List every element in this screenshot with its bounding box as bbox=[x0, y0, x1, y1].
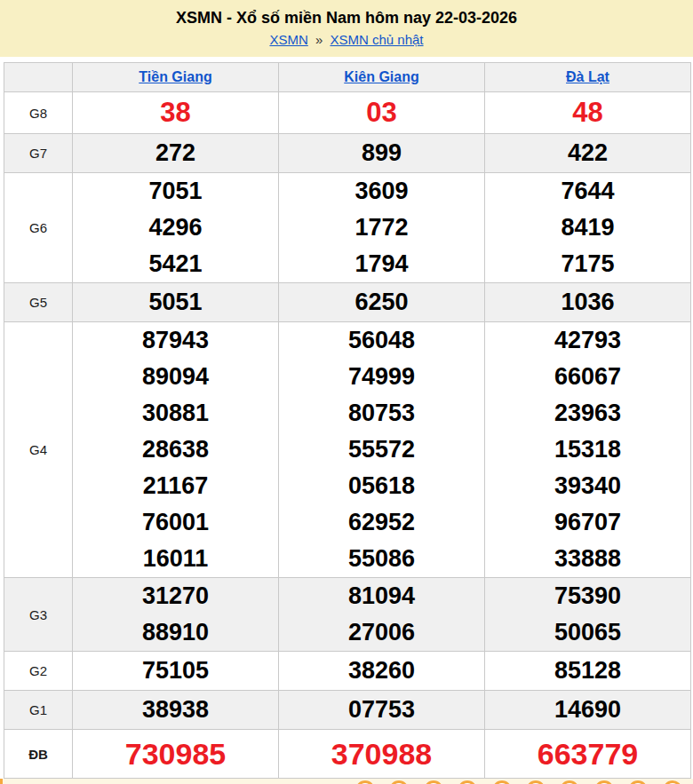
prize-number: 48 bbox=[485, 92, 690, 133]
prize-row-g8: G8380348 bbox=[4, 92, 691, 134]
loto-number-circle bbox=[424, 780, 443, 784]
loto-preview-strip bbox=[0, 779, 693, 784]
prize-number: 87943 bbox=[73, 322, 278, 359]
prize-cell: 48 bbox=[485, 92, 691, 134]
prize-number: 62952 bbox=[279, 504, 484, 541]
prize-number: 1036 bbox=[485, 284, 690, 321]
prize-cell: 38938 bbox=[73, 691, 279, 730]
prize-number: 27006 bbox=[279, 614, 484, 651]
prize-row-db: ĐB730985370988663779 bbox=[4, 730, 691, 779]
prize-cell: 85128 bbox=[485, 652, 691, 691]
loto-number-circle bbox=[560, 780, 579, 784]
prize-number: 50065 bbox=[485, 614, 690, 651]
prize-number: 56048 bbox=[279, 322, 484, 359]
prize-number: 75390 bbox=[485, 578, 690, 614]
province-header-cell: Đà Lạt bbox=[485, 63, 691, 92]
loto-number-circle bbox=[458, 780, 477, 784]
prize-number: 370988 bbox=[279, 730, 484, 778]
prize-cell: 6250 bbox=[279, 283, 485, 322]
prize-number: 4296 bbox=[73, 210, 278, 246]
breadcrumb-link-xsmn-chu-nhat[interactable]: XSMN chủ nhật bbox=[330, 32, 423, 47]
prize-cell: 272 bbox=[73, 134, 279, 173]
prize-number: 16011 bbox=[73, 541, 278, 577]
prize-cell: 360917721794 bbox=[279, 173, 485, 283]
prize-row-g1: G1389380775314690 bbox=[4, 691, 691, 730]
corner-cell bbox=[4, 63, 73, 92]
prize-number: 7644 bbox=[485, 173, 690, 210]
prize-number: 1794 bbox=[279, 246, 484, 282]
prize-number: 39340 bbox=[485, 468, 690, 504]
province-link-2[interactable]: Đà Lạt bbox=[566, 69, 609, 84]
province-link-0[interactable]: Tiền Giang bbox=[139, 69, 211, 84]
prize-label: ĐB bbox=[4, 730, 73, 779]
prize-cell: 1036 bbox=[485, 283, 691, 322]
prize-number: 15318 bbox=[485, 432, 690, 468]
loto-number-circle bbox=[663, 780, 682, 784]
prize-cell: 730985 bbox=[73, 730, 279, 779]
prize-number: 33888 bbox=[485, 541, 690, 577]
prize-row-g6: G6705142965421360917721794764484197175 bbox=[4, 173, 691, 283]
prize-number: 38 bbox=[73, 92, 278, 133]
prize-number: 05618 bbox=[279, 468, 484, 504]
prize-label: G2 bbox=[4, 652, 73, 691]
breadcrumb-link-xsmn[interactable]: XSMN bbox=[269, 32, 307, 47]
prize-row-g3: G3312708891081094270067539050065 bbox=[4, 578, 691, 652]
lottery-results-table: Tiền GiangKiên GiangĐà Lạt G8380348G7272… bbox=[4, 62, 691, 779]
prize-number: 730985 bbox=[73, 730, 278, 778]
prize-number: 14690 bbox=[485, 692, 690, 728]
prize-number: 899 bbox=[279, 135, 484, 171]
prize-cell: 663779 bbox=[485, 730, 691, 779]
prize-number: 85128 bbox=[485, 653, 690, 689]
prize-row-g7: G7272899422 bbox=[4, 134, 691, 173]
province-header-cell: Kiên Giang bbox=[279, 63, 485, 92]
prize-number: 8419 bbox=[485, 210, 690, 246]
prize-cell: 370988 bbox=[279, 730, 485, 779]
province-link-1[interactable]: Kiên Giang bbox=[344, 69, 418, 84]
loto-number-circle bbox=[389, 780, 409, 784]
prize-cell: 75105 bbox=[73, 652, 279, 691]
prize-number: 75105 bbox=[73, 653, 278, 689]
prize-number: 07753 bbox=[279, 692, 484, 728]
prize-cell: 3127088910 bbox=[73, 578, 279, 652]
province-header-cell: Tiền Giang bbox=[73, 63, 279, 92]
prize-cell: 899 bbox=[279, 134, 485, 173]
loto-number-circle bbox=[628, 780, 648, 784]
prize-number: 7175 bbox=[485, 246, 690, 282]
prize-number: 6250 bbox=[279, 284, 484, 321]
prize-number: 89094 bbox=[73, 359, 278, 395]
prize-label: G8 bbox=[4, 92, 73, 134]
prize-cell: 38260 bbox=[279, 652, 485, 691]
prize-cell: 56048749998075355572056186295255086 bbox=[279, 322, 485, 578]
prize-number: 38938 bbox=[73, 692, 278, 728]
loto-number-circle bbox=[594, 780, 614, 784]
prize-number: 21167 bbox=[73, 468, 278, 504]
prize-number: 81094 bbox=[279, 578, 484, 614]
prize-label: G4 bbox=[4, 322, 73, 578]
prize-cell: 03 bbox=[279, 92, 485, 134]
prize-number: 28638 bbox=[73, 432, 278, 468]
prize-number: 96707 bbox=[485, 504, 690, 541]
prize-number: 38260 bbox=[279, 653, 484, 689]
prize-cell: 14690 bbox=[485, 691, 691, 730]
page-title: XSMN - Xổ số miền Nam hôm nay 22-03-2026 bbox=[0, 9, 693, 28]
prize-cell: 42793660672396315318393409670733888 bbox=[485, 322, 691, 578]
prize-cell: 705142965421 bbox=[73, 173, 279, 283]
prize-number: 7051 bbox=[73, 173, 278, 210]
page-header: XSMN - Xổ số miền Nam hôm nay 22-03-2026… bbox=[0, 0, 693, 57]
prize-row-g5: G5505162501036 bbox=[4, 283, 691, 322]
prize-number: 5421 bbox=[73, 246, 278, 282]
prize-number: 23963 bbox=[485, 395, 690, 432]
loto-number-circle bbox=[492, 780, 512, 784]
prize-number: 76001 bbox=[73, 504, 278, 541]
prize-label: G1 bbox=[4, 691, 73, 730]
prize-number: 30881 bbox=[73, 395, 278, 432]
prize-number: 5051 bbox=[73, 284, 278, 321]
breadcrumb: XSMN » XSMN chủ nhật bbox=[0, 32, 693, 47]
prize-number: 66067 bbox=[485, 359, 690, 395]
prize-number: 42793 bbox=[485, 322, 690, 359]
prize-number: 55572 bbox=[279, 432, 484, 468]
prize-cell: 764484197175 bbox=[485, 173, 691, 283]
prize-number: 31270 bbox=[73, 578, 278, 614]
prize-cell: 07753 bbox=[279, 691, 485, 730]
prize-number: 74999 bbox=[279, 359, 484, 395]
